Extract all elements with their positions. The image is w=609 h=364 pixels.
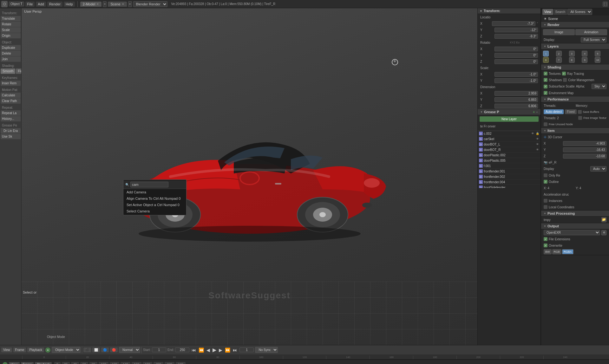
view-mode-btn[interactable]: View bbox=[9, 362, 20, 364]
use-sk-btn[interactable]: Use Sk bbox=[1, 134, 21, 139]
add-tab-2-btn[interactable]: + bbox=[128, 1, 132, 7]
rot-x-input[interactable] bbox=[494, 47, 538, 51]
tab-scene[interactable]: Scene ✕ bbox=[108, 2, 127, 7]
overwrite-check[interactable]: ✓ bbox=[544, 244, 547, 247]
frame-mode-btn[interactable]: Frame bbox=[21, 362, 34, 364]
end-frame-input[interactable]: 250 bbox=[175, 348, 189, 352]
align-camera-item[interactable]: Align Camera To Ctrl Alt Numpad 0 bbox=[123, 195, 186, 202]
insert-rem-btn[interactable]: Inser Rem bbox=[1, 81, 21, 86]
view-mode-icon[interactable] bbox=[3, 362, 8, 364]
view-tab[interactable]: View bbox=[542, 9, 553, 15]
dim-y-input[interactable] bbox=[494, 97, 538, 102]
outliner-item-carskel[interactable]: ▷ carSkel 👁 bbox=[478, 136, 540, 142]
draw-lin-era-btn[interactable]: Dr Lin Era bbox=[1, 128, 21, 133]
grease-add-btn[interactable]: + bbox=[533, 110, 535, 114]
pivot-selector[interactable]: Object T bbox=[9, 2, 24, 6]
top-menu-render[interactable]: Render bbox=[47, 2, 62, 7]
calculate-btn[interactable]: Calculate bbox=[1, 93, 21, 98]
start-frame-input[interactable]: 1 bbox=[152, 348, 166, 352]
delete-btn[interactable]: Delete bbox=[1, 51, 21, 56]
playback-btn[interactable]: Playback bbox=[27, 348, 44, 352]
next-keyframe-btn[interactable]: ▶ bbox=[218, 348, 223, 353]
layer-5[interactable]: 5 bbox=[595, 51, 600, 56]
rotate-btn[interactable]: Rotate bbox=[1, 22, 21, 27]
top-menu-add[interactable]: Add bbox=[36, 2, 46, 7]
translate-btn[interactable]: Translate bbox=[1, 16, 21, 21]
cursor-z-input[interactable]: -13.68 bbox=[563, 154, 606, 159]
rot-y-input[interactable] bbox=[494, 53, 538, 58]
frame-btn[interactable]: Frame bbox=[13, 348, 26, 352]
subsurface-check[interactable]: ✓ bbox=[544, 85, 547, 88]
origin-btn[interactable]: Origin bbox=[1, 33, 21, 38]
dim-x-input[interactable] bbox=[494, 91, 538, 96]
outliner-item-doorplastic005[interactable]: ▷ doorPlastic.005 bbox=[478, 158, 540, 163]
eye-icon-c002[interactable]: 👁 bbox=[531, 132, 534, 135]
rendered-btn[interactable]: 🔵 bbox=[101, 348, 109, 352]
skip-start-btn[interactable]: ⏮ bbox=[191, 348, 197, 353]
object-mode-select[interactable]: Object Mode bbox=[52, 347, 81, 353]
new-layer-btn[interactable]: New Layer bbox=[480, 116, 539, 122]
eye-icon-doorbot-l[interactable]: 👁 bbox=[535, 143, 539, 146]
folder-icon[interactable]: 📁 bbox=[601, 217, 606, 222]
outliner-item-frontsidefender[interactable]: ▷ frontSidefender bbox=[478, 185, 540, 188]
render-engine-select[interactable]: Blender Render bbox=[133, 1, 167, 7]
env-map-check[interactable]: ✓ bbox=[544, 91, 547, 95]
rgb-btn[interactable]: RGB bbox=[552, 249, 562, 254]
alpha-select[interactable]: Sky bbox=[592, 84, 606, 89]
prev-keyframe-btn[interactable]: ◀ bbox=[206, 348, 211, 353]
maximize-btn[interactable]: ⛶ bbox=[603, 2, 608, 7]
current-frame-input[interactable]: 1 bbox=[239, 348, 254, 352]
eye-icon-carskel[interactable]: 👁 bbox=[535, 137, 539, 140]
layer-9[interactable]: 9 bbox=[582, 57, 587, 63]
layer-4[interactable]: 4 bbox=[582, 51, 587, 56]
display-select[interactable]: Full Screen bbox=[581, 37, 606, 42]
performance-section-header[interactable]: ▼ Performance bbox=[541, 96, 609, 102]
color-mgmt-check[interactable] bbox=[563, 78, 567, 82]
outliner-item-c002[interactable]: ▷ c.002 👁 🔒 bbox=[478, 131, 540, 136]
auto-detect-btn[interactable]: Auto-detect bbox=[544, 109, 564, 114]
join-btn[interactable]: Join bbox=[1, 56, 21, 62]
tab-scene-close[interactable]: ✕ bbox=[122, 3, 124, 6]
grease-p-header[interactable]: ▼ Grease P + − bbox=[478, 109, 540, 115]
layer-8[interactable]: 8 bbox=[569, 57, 575, 63]
viewport-3d[interactable]: User Persp bbox=[22, 8, 477, 345]
save-buffers-check[interactable] bbox=[578, 110, 582, 114]
skip-end-btn[interactable]: ⏭ bbox=[232, 348, 238, 353]
item-section-header[interactable]: ▼ Item bbox=[541, 128, 609, 134]
loc-y-input[interactable]: -12° bbox=[494, 28, 538, 32]
loc-x-input[interactable]: -7.3° bbox=[492, 21, 535, 26]
repeat-last-btn[interactable]: Repeat La bbox=[1, 110, 21, 116]
tab-2model[interactable]: 2-Model ✕ bbox=[80, 2, 102, 7]
animation-render-btn[interactable]: Animation bbox=[575, 29, 607, 35]
output-section-header[interactable]: ▼ Output bbox=[541, 223, 609, 229]
outliner-item-frontfender001[interactable]: ▷ frontfender.001 bbox=[478, 169, 540, 174]
local-coord-check[interactable] bbox=[544, 205, 547, 209]
lock-icon-c002[interactable]: 🔒 bbox=[535, 132, 539, 135]
layers-section-header[interactable]: ▼ Layers bbox=[541, 43, 609, 49]
layer-2[interactable]: 2 bbox=[556, 51, 562, 56]
layer-6[interactable]: 6 bbox=[543, 57, 549, 63]
only-re-check[interactable] bbox=[544, 173, 547, 177]
rot-z-input[interactable] bbox=[494, 59, 538, 64]
outliner-item-frontfender002[interactable]: ▷ frontfender.002 bbox=[478, 174, 540, 179]
outliner-item-doorbot-r[interactable]: ▷ doorBOT_R 👁 bbox=[478, 147, 540, 153]
top-menu-help[interactable]: Help bbox=[64, 2, 75, 7]
free-image-check[interactable] bbox=[578, 116, 582, 120]
free-nodes-check[interactable] bbox=[544, 122, 547, 126]
scale-x-input[interactable] bbox=[494, 72, 538, 77]
outliner-item-doorplastic002[interactable]: ▷ doorPlastic.002 bbox=[478, 153, 540, 158]
all-scenes-select[interactable]: All Scenes bbox=[567, 9, 592, 15]
clear-path-btn[interactable]: Clear Path bbox=[1, 98, 21, 104]
scale-btn[interactable]: Scale bbox=[1, 27, 21, 33]
outliner-item-frontfender004[interactable]: ▷ frontfender.004 bbox=[478, 179, 540, 185]
outline-check[interactable]: ✓ bbox=[544, 180, 547, 184]
shading-section-header[interactable]: ▼ Shading bbox=[541, 64, 609, 70]
smooth-btn[interactable]: Smooth bbox=[1, 68, 15, 74]
history-btn[interactable]: History... bbox=[1, 116, 21, 121]
material-btn[interactable]: 🔴 bbox=[110, 348, 118, 352]
context-search-input[interactable]: cam bbox=[130, 182, 168, 187]
rgba-btn[interactable]: RGBA bbox=[562, 249, 573, 254]
select-camera-item[interactable]: Select Camera bbox=[123, 208, 186, 214]
transform-header[interactable]: ▼ Transform: bbox=[478, 8, 540, 14]
bw-btn[interactable]: BW bbox=[544, 249, 552, 254]
